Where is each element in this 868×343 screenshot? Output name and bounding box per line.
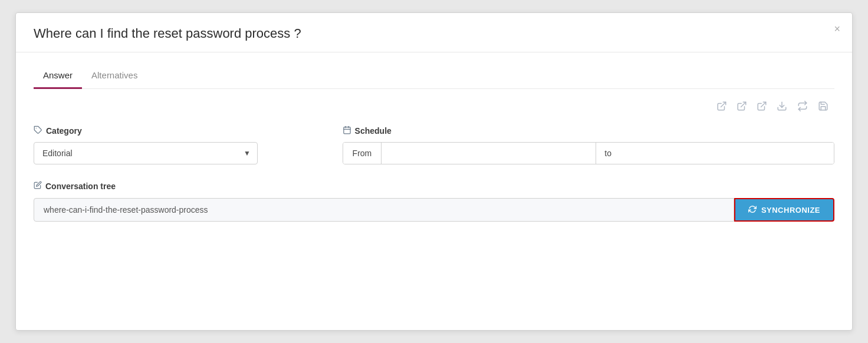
schedule-label: Schedule xyxy=(343,126,834,136)
conversation-tree-input[interactable] xyxy=(34,198,734,222)
dialog-header: Where can I find the reset password proc… xyxy=(16,13,852,52)
tag-icon xyxy=(34,126,42,136)
external-link-icon-2[interactable] xyxy=(737,101,747,111)
category-label: Category xyxy=(34,126,307,136)
conversation-tree-section: Conversation tree SYNCHRONIZE xyxy=(34,181,834,222)
external-link-icon-1[interactable] xyxy=(716,101,727,111)
dialog-body: Answer Alternatives xyxy=(16,52,852,239)
synchronize-button[interactable]: SYNCHRONIZE xyxy=(734,198,834,222)
external-link-icon-3[interactable] xyxy=(757,101,767,111)
tab-alternatives[interactable]: Alternatives xyxy=(82,64,147,89)
svg-line-0 xyxy=(721,102,726,107)
to-label: to xyxy=(596,143,620,164)
close-button[interactable]: × xyxy=(834,24,840,34)
category-group: Category Editorial Technical General ▼ xyxy=(34,126,307,164)
category-select[interactable]: Editorial Technical General xyxy=(34,142,258,164)
svg-line-2 xyxy=(761,102,766,107)
synchronize-label: SYNCHRONIZE xyxy=(761,206,820,215)
from-label: From xyxy=(343,143,382,164)
form-row: Category Editorial Technical General ▼ xyxy=(34,126,834,164)
tabs-container: Answer Alternatives xyxy=(34,64,834,89)
dialog-title: Where can I find the reset password proc… xyxy=(34,26,823,41)
schedule-to-input[interactable] xyxy=(620,143,834,164)
toolbar xyxy=(34,101,834,111)
schedule-group: Schedule From to xyxy=(343,126,834,164)
save-icon[interactable] xyxy=(818,101,828,111)
schedule-from-input[interactable] xyxy=(382,143,596,164)
edit-icon xyxy=(34,181,42,191)
transfer-icon[interactable] xyxy=(797,101,808,111)
sync-icon xyxy=(748,205,757,215)
dialog: Where can I find the reset password proc… xyxy=(15,12,853,331)
svg-rect-5 xyxy=(343,127,350,134)
svg-line-1 xyxy=(741,102,746,107)
conversation-input-row: SYNCHRONIZE xyxy=(34,198,834,222)
category-select-wrapper: Editorial Technical General ▼ xyxy=(34,142,258,164)
tab-answer[interactable]: Answer xyxy=(34,64,82,89)
download-icon[interactable] xyxy=(777,101,787,111)
schedule-input-container: From to xyxy=(343,142,834,164)
calendar-icon xyxy=(343,126,351,136)
conversation-tree-label: Conversation tree xyxy=(34,181,834,191)
